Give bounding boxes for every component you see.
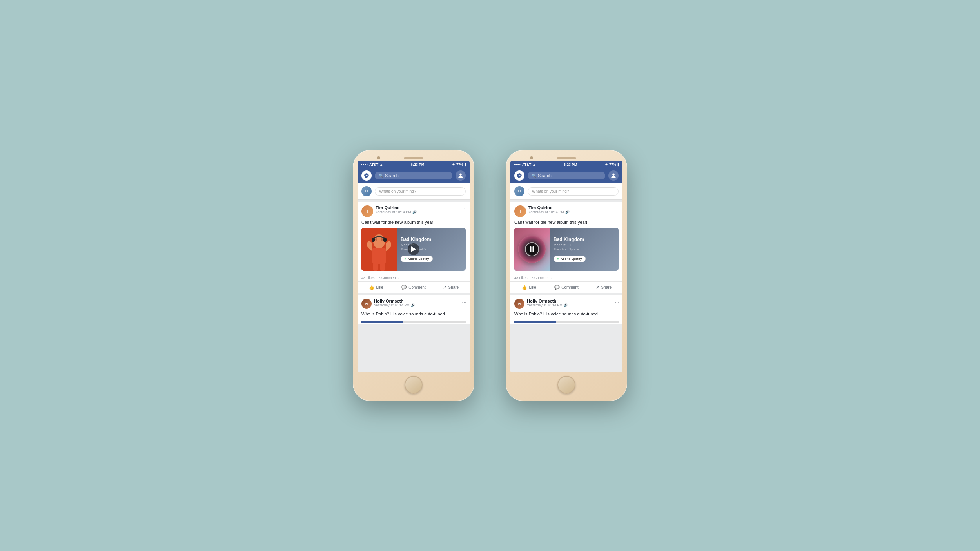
post-more-2-right[interactable]: ··· — [615, 299, 619, 305]
whats-input-right[interactable]: Whats on your mind? — [528, 187, 619, 196]
svg-rect-23 — [533, 246, 534, 252]
fb-navbar-right: 🔍 Search — [510, 168, 622, 183]
like-label-right: Like — [529, 285, 536, 290]
like-icon-right: 👍 — [522, 285, 527, 290]
home-button-left[interactable] — [405, 376, 423, 394]
search-bar-left[interactable]: 🔍 Search — [375, 172, 452, 179]
post-username-2-left: Holly Ormseth — [374, 299, 466, 303]
music-artist-right: Moderat · II — [554, 243, 615, 247]
music-title-right: Bad Kingdom — [554, 237, 615, 242]
vinyl-art-right — [514, 228, 550, 271]
home-button-right[interactable] — [557, 376, 575, 394]
time-label-right: 6:23 PM — [564, 163, 577, 167]
privacy-icon-1-left: 🔊 — [412, 210, 417, 214]
post-text-2-right: Who is Pablo? His voice sounds auto-tune… — [510, 310, 622, 319]
music-card-bg-left: Bad Kingdom Moderat · II Plays from Spot… — [361, 228, 466, 271]
post-user-info-right: Tim Quirino Yesterday at 10:14 PM 🔊 — [528, 205, 619, 214]
post-more-1-left[interactable] — [462, 205, 466, 212]
spotify-btn-label-left: Add to Spotify — [408, 257, 429, 261]
dot3r — [517, 164, 519, 165]
post-user-info-left: Tim Quirino Yesterday at 10:14 PM 🔊 — [376, 205, 466, 214]
search-bar-right[interactable]: 🔍 Search — [528, 172, 605, 179]
svg-rect-8 — [383, 238, 387, 242]
post-card-1-left: T Tim Quirino Yesterday at 10:14 PM 🔊 — [358, 202, 470, 293]
like-label-left: Like — [376, 285, 383, 290]
comment-action-left[interactable]: 💬 Comment — [395, 283, 432, 292]
share-action-right[interactable]: ↗ Share — [585, 283, 622, 292]
comment-label-right: Comment — [561, 285, 578, 290]
play-button-left[interactable] — [408, 243, 419, 255]
post-header-2-left: H Holly Ormseth Yesterday at 10:14 PM 🔊 … — [358, 295, 470, 310]
post-time-1-right: Yesterday at 10:14 PM — [528, 210, 564, 214]
phone-bottom-left — [358, 372, 470, 396]
battery-label: 77% — [456, 163, 463, 167]
comment-action-right[interactable]: 💬 Comment — [548, 283, 585, 292]
post-more-2-left[interactable]: ··· — [462, 299, 466, 305]
progress-bar-left — [361, 321, 466, 323]
post-reactions-left: 48 Likes 6 Comments — [358, 274, 470, 281]
post-more-1-right[interactable] — [615, 205, 619, 212]
messenger-icon-right[interactable] — [514, 170, 524, 181]
dot3 — [365, 164, 366, 165]
profile-icon-left[interactable] — [456, 170, 466, 181]
holly-avatar-left: H — [361, 299, 372, 309]
post-meta-2-right: Yesterday at 10:14 PM 🔊 — [527, 303, 619, 307]
whats-on-mind-right[interactable]: U Whats on your mind? — [510, 183, 622, 200]
progress-fill-right — [514, 321, 556, 323]
pause-button-right[interactable] — [525, 242, 539, 256]
dot1 — [361, 164, 362, 165]
post-time-2-right: Yesterday at 10:14 PM — [527, 303, 563, 307]
status-right: ✦ 77% ▮ — [452, 163, 466, 167]
music-card-left[interactable]: Bad Kingdom Moderat · II Plays from Spot… — [361, 228, 466, 271]
phone-right: AT&T ▲ 6:23 PM ✦ 77% ▮ 🔍 Search — [506, 150, 627, 401]
status-right-right: ✦ 77% ▮ — [605, 163, 619, 167]
whats-input-left[interactable]: Whats on your mind? — [375, 187, 466, 196]
post-card-1-right: T Tim Quirino Yesterday at 10:14 PM 🔊 — [510, 202, 622, 293]
post-card-2-left: H Holly Ormseth Yesterday at 10:14 PM 🔊 … — [358, 295, 470, 324]
user-avatar-right: U — [514, 186, 524, 196]
speaker-left — [404, 157, 423, 160]
likes-count-left: 48 Likes — [361, 276, 375, 280]
whats-on-mind-left[interactable]: U Whats on your mind? — [358, 183, 470, 200]
spotify-btn-left[interactable]: ● Add to Spotify — [401, 256, 433, 262]
post-username-2-right: Holly Ormseth — [527, 299, 619, 303]
bluetooth-icon-right: ✦ — [605, 163, 608, 167]
music-card-right[interactable]: Bad Kingdom Moderat · II Plays from Spot… — [514, 228, 619, 271]
phone-bottom-right — [510, 372, 622, 396]
battery-label-right: 77% — [609, 163, 616, 167]
spotify-btn-right[interactable]: ● Add to Spotify — [554, 256, 586, 262]
signal-dots-right — [514, 164, 521, 165]
svg-point-5 — [375, 238, 377, 241]
dot4r — [519, 164, 521, 165]
status-left: AT&T ▲ — [361, 163, 383, 167]
holly-avatar-right: H — [514, 299, 524, 309]
search-text-right: Search — [538, 173, 552, 178]
post-text-2-left: Who is Pablo? His voice sounds auto-tune… — [358, 310, 470, 319]
post-actions-right: 👍 Like 💬 Comment ↗ Share — [510, 281, 622, 293]
like-action-right[interactable]: 👍 Like — [510, 283, 548, 292]
post-time-1-left: Yesterday at 10:14 PM — [376, 210, 411, 214]
carrier-label: AT&T — [369, 163, 378, 167]
privacy-icon-1-right: 🔊 — [565, 210, 570, 214]
speaker-right — [557, 157, 576, 160]
post-header-2-right: H Holly Ormseth Yesterday at 10:14 PM 🔊 … — [510, 295, 622, 310]
music-title-left: Bad Kingdom — [401, 237, 462, 242]
post-actions-left: 👍 Like 💬 Comment ↗ Share — [358, 281, 470, 293]
like-action-left[interactable]: 👍 Like — [358, 283, 395, 292]
wifi-icon-right: ▲ — [532, 163, 536, 167]
progress-fill-left — [361, 321, 403, 323]
messenger-icon-left[interactable] — [361, 170, 372, 181]
comment-icon-right: 💬 — [554, 285, 560, 290]
svg-rect-2 — [372, 248, 386, 264]
bluetooth-icon: ✦ — [452, 163, 455, 167]
privacy-icon-2-right: 🔊 — [564, 303, 568, 307]
post-header-1-left: T Tim Quirino Yesterday at 10:14 PM 🔊 — [358, 202, 470, 219]
music-card-bg-right: Bad Kingdom Moderat · II Plays from Spot… — [514, 228, 619, 271]
search-text-left: Search — [385, 173, 399, 178]
svg-point-6 — [381, 238, 383, 241]
share-action-left[interactable]: ↗ Share — [432, 283, 470, 292]
profile-icon-right[interactable] — [608, 170, 619, 181]
music-info-left: Bad Kingdom Moderat · II Plays from Spot… — [397, 233, 466, 266]
time-label: 6:23 PM — [411, 163, 424, 167]
tim-avatar-left: T — [361, 205, 373, 217]
